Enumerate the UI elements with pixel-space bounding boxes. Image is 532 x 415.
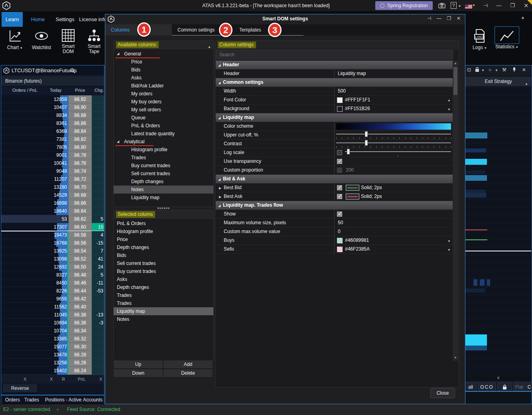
today-cell[interactable]: 8450 — [46, 279, 69, 287]
c-button[interactable]: C — [526, 383, 532, 391]
orders-cell[interactable] — [1, 231, 46, 239]
price-cell[interactable]: 86.46 — [69, 279, 92, 287]
price-cell[interactable]: 86.68 — [69, 191, 92, 199]
chg-cell[interactable] — [92, 351, 104, 359]
orders-cell[interactable] — [1, 263, 46, 271]
dom-row[interactable]: 1328086.70 — [1, 183, 104, 191]
footer-pnl[interactable]: PnL — [78, 377, 86, 381]
help-dropdown-button[interactable]: ? ▼ — [450, 0, 462, 11]
today-cell[interactable]: 11045 — [46, 311, 69, 319]
width-value[interactable]: 500 — [338, 88, 346, 94]
col-today[interactable]: Today — [50, 88, 61, 93]
selected-item[interactable]: Trades — [114, 291, 213, 299]
logs-tool-button[interactable]: LOG Logs ▼ — [470, 29, 490, 50]
watchlist-tool-button[interactable]: Watchlist — [29, 29, 54, 50]
today-cell[interactable]: 10041 — [46, 159, 69, 167]
selected-item[interactable]: Histogram profile — [114, 227, 213, 235]
color-swatch[interactable] — [337, 106, 343, 112]
right-panel-x-label[interactable]: x — [465, 375, 531, 380]
price-cell[interactable]: 86.44 — [69, 287, 92, 295]
chg-cell[interactable] — [92, 103, 104, 111]
orders-cell[interactable] — [1, 359, 46, 367]
setting-row-bid-ask[interactable]: ◢Bid & Ask — [216, 175, 453, 184]
scroll-up-icon[interactable]: ▲ — [453, 61, 458, 66]
chg-cell[interactable] — [92, 335, 104, 343]
today-cell[interactable]: 13258 — [46, 359, 69, 367]
price-cell[interactable]: 86.54 — [69, 247, 92, 255]
today-cell[interactable]: 19473 — [46, 231, 69, 239]
tab-templates[interactable]: Templates — [234, 24, 267, 36]
today-cell[interactable]: 13478 — [46, 351, 69, 359]
price-cell[interactable]: 86.88 — [69, 111, 92, 119]
settings-search-input[interactable] — [216, 50, 453, 59]
today-cell[interactable]: 53 — [46, 215, 69, 223]
expander-icon[interactable]: ◢ — [117, 138, 119, 146]
setting-row-header[interactable]: ◢Header — [216, 61, 453, 69]
orders-cell[interactable] — [1, 119, 46, 127]
tab-learn[interactable]: Learn — [2, 12, 23, 27]
available-item[interactable]: My buy orders — [114, 98, 213, 106]
selected-item[interactable]: Sell current trades — [114, 259, 213, 267]
available-item[interactable]: Buy current trades — [114, 162, 213, 170]
today-cell[interactable]: 13098 — [46, 255, 69, 263]
orders-cell[interactable] — [1, 127, 46, 135]
tab-positions-active[interactable]: Positions - Active — [45, 397, 81, 403]
price-cell[interactable]: 86.84 — [69, 127, 92, 135]
dropdown-arrow-icon[interactable]: ▼ — [447, 108, 451, 111]
orders-cell[interactable] — [1, 191, 46, 199]
selected-item[interactable]: Depth changes — [114, 243, 213, 251]
dom-row[interactable]: 1947386.584 — [1, 231, 104, 239]
chg-cell[interactable] — [92, 303, 104, 311]
price-cell[interactable]: 86.62 — [69, 215, 92, 223]
chg-cell[interactable] — [92, 207, 104, 215]
chg-cell[interactable]: 5 — [92, 215, 104, 223]
selected-item[interactable]: Asks — [114, 275, 213, 283]
dom-row[interactable]: 845086.46-11 — [1, 279, 104, 287]
today-cell[interactable]: 8226 — [46, 287, 69, 295]
chg-cell[interactable]: 4 — [92, 231, 104, 239]
col-chg[interactable]: Chg. — [95, 88, 104, 93]
best-ask-checkbox[interactable] — [337, 194, 342, 199]
status-dropdown-icon[interactable]: ▼ — [56, 408, 59, 412]
price-cell[interactable]: 86.50 — [69, 263, 92, 271]
selected-item[interactable]: Bids — [114, 251, 213, 259]
orders-cell[interactable] — [1, 327, 46, 335]
price-cell[interactable]: 86.48 — [69, 271, 92, 279]
today-cell[interactable]: 15402 — [46, 367, 69, 375]
maximize-button[interactable]: ❐ — [507, 0, 518, 11]
circle-dropdown-icon[interactable]: ▼ — [495, 69, 498, 72]
orders-cell[interactable] — [1, 183, 46, 191]
today-cell[interactable]: 10704 — [46, 327, 69, 335]
expander-icon[interactable]: ◢ — [218, 116, 221, 120]
price-cell[interactable]: 86.42 — [69, 295, 92, 303]
scroll-thumb[interactable] — [453, 67, 457, 95]
orders-cell[interactable] — [1, 103, 46, 111]
exit-strategy-dropdown[interactable]: Exit Strategy ▼ — [465, 77, 531, 86]
expander-icon[interactable]: ◢ — [218, 81, 221, 85]
orders-cell[interactable] — [1, 295, 46, 303]
dom-row[interactable]: 1864086.64 — [1, 207, 104, 215]
available-item[interactable]: Bid/Ask Ladder — [114, 82, 213, 90]
price-cell[interactable]: 86.64 — [69, 207, 92, 215]
today-cell[interactable]: 11562 — [46, 303, 69, 311]
expander-icon[interactable]: ◢ — [218, 178, 221, 181]
available-item[interactable]: Latest trade quantity — [114, 130, 213, 138]
available-item[interactable]: Notes — [114, 186, 213, 194]
orders-cell[interactable] — [1, 167, 46, 175]
price-cell[interactable]: 86.74 — [69, 167, 92, 175]
col-orders-pnl[interactable]: Orders / PnL — [12, 88, 37, 93]
chg-cell[interactable]: 24 — [92, 263, 104, 271]
orders-cell[interactable] — [1, 279, 46, 287]
dom-row[interactable]: 1338586.32 — [1, 335, 104, 343]
price-cell[interactable]: 86.70 — [69, 183, 92, 191]
language-flag-dropdown[interactable]: ▼ — [463, 0, 477, 11]
settings-scrollbar[interactable]: ▲ ▼ — [453, 61, 458, 361]
dom-row[interactable]: 1069486.36-3 — [1, 319, 104, 327]
dialog-close-button[interactable]: Close — [430, 388, 455, 398]
tree-group-analytical[interactable]: ◢Analytical — [114, 138, 213, 146]
available-item[interactable]: My sell orders — [114, 106, 213, 114]
orders-cell[interactable] — [1, 335, 46, 343]
dom-row[interactable]: 5386.625 — [1, 215, 104, 223]
price-cell[interactable]: 86.66 — [69, 199, 92, 207]
today-cell[interactable]: 9001 — [46, 151, 69, 159]
